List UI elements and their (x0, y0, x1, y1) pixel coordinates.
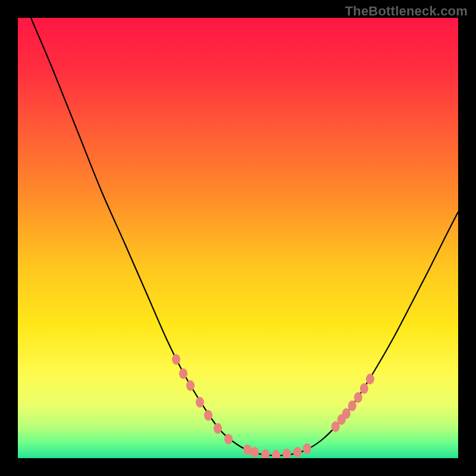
highlight-marker (204, 410, 212, 421)
plot-area (18, 18, 458, 458)
highlight-marker (303, 443, 311, 454)
highlight-marker (342, 408, 350, 419)
highlight-marker (186, 380, 195, 391)
highlight-marker (224, 434, 233, 444)
highlight-marker (366, 374, 374, 384)
chart-svg (18, 18, 458, 458)
highlight-marker (360, 383, 368, 394)
highlight-marker (293, 447, 302, 458)
gradient-background (18, 18, 458, 458)
watermark-text: TheBottleneck.com (345, 4, 468, 19)
highlight-marker (179, 368, 187, 379)
highlight-marker (196, 397, 204, 408)
highlight-marker (348, 400, 356, 411)
highlight-marker (172, 354, 180, 365)
highlight-marker (250, 447, 259, 458)
highlight-marker (354, 392, 362, 403)
highlight-marker (243, 444, 252, 455)
outer-frame: TheBottleneck.com (0, 0, 476, 476)
highlight-marker (214, 423, 222, 434)
